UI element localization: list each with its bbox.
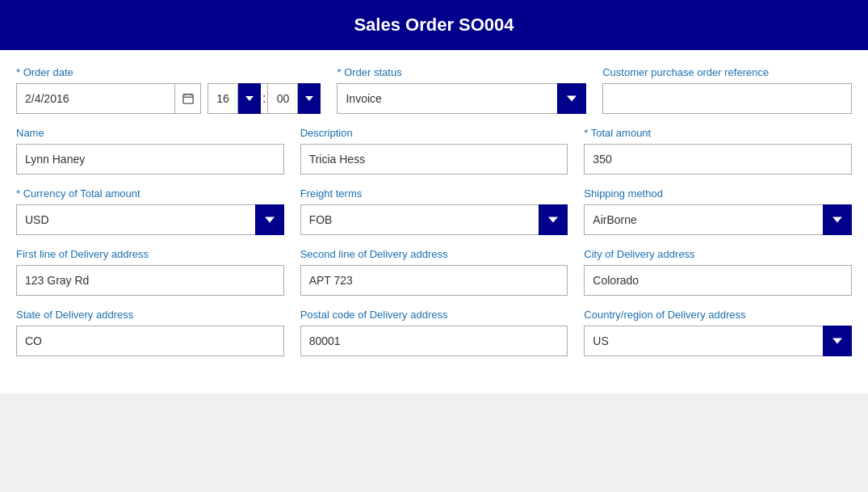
chevron-down-icon [832, 336, 842, 346]
shipping-method-select[interactable]: AirBorne Ground Sea [584, 204, 823, 235]
total-amount-input[interactable] [584, 144, 852, 175]
hour-part [208, 83, 261, 114]
description-input[interactable] [300, 144, 568, 175]
freight-terms-select[interactable]: FOB CIF EXW [300, 204, 539, 235]
chevron-down-icon [832, 215, 842, 225]
currency-select[interactable]: USD EUR GBP [16, 204, 255, 235]
calendar-icon [182, 93, 194, 104]
delivery-country-select[interactable]: US CA GB AU [584, 326, 823, 356]
delivery-addr2-group: Second line of Delivery address [300, 248, 568, 296]
currency-label: Currency of Total amount [16, 187, 284, 200]
name-group: Name [16, 127, 284, 175]
delivery-addr2-input[interactable] [300, 265, 568, 296]
minute-part [267, 83, 321, 114]
order-status-dropdown-icon[interactable] [557, 83, 586, 114]
order-date-input[interactable] [16, 83, 175, 114]
hour-input[interactable] [208, 83, 238, 114]
delivery-state-input[interactable] [16, 326, 284, 356]
currency-select-wrapper: USD EUR GBP [16, 204, 284, 235]
order-status-select[interactable]: Invoice Draft Confirmed Shipped [337, 83, 557, 114]
delivery-postal-input[interactable] [300, 326, 568, 356]
order-status-select-wrapper: Invoice Draft Confirmed Shipped [337, 83, 586, 114]
description-group: Description [300, 127, 568, 175]
order-date-group: Order date [16, 66, 321, 114]
shipping-method-dropdown-icon[interactable] [823, 204, 852, 235]
delivery-country-group: Country/region of Delivery address US CA… [584, 309, 852, 356]
order-date-input-group: : [16, 83, 321, 114]
page-title: Sales Order SO004 [0, 0, 868, 50]
chevron-down-icon [265, 215, 275, 225]
chevron-down-icon [548, 215, 558, 225]
chevron-down-icon [245, 96, 254, 101]
name-input[interactable] [16, 144, 284, 175]
currency-dropdown-icon[interactable] [255, 204, 284, 235]
minute-down-button[interactable] [298, 83, 321, 114]
delivery-addr2-label: Second line of Delivery address [300, 248, 568, 260]
description-label: Description [300, 127, 568, 139]
freight-terms-group: Freight terms FOB CIF EXW [300, 187, 568, 235]
delivery-city-group: City of Delivery address [584, 248, 852, 296]
chevron-down-icon [305, 96, 313, 101]
delivery-country-dropdown-icon[interactable] [823, 326, 852, 356]
delivery-state-label: State of Delivery address [16, 309, 284, 321]
minute-input[interactable] [267, 83, 298, 114]
delivery-addr1-input[interactable] [16, 265, 284, 296]
customer-po-ref-group: Customer purchase order reference [602, 66, 852, 114]
delivery-city-label: City of Delivery address [584, 248, 852, 260]
delivery-state-group: State of Delivery address [16, 309, 284, 356]
freight-terms-label: Freight terms [300, 187, 568, 200]
delivery-addr1-group: First line of Delivery address [16, 248, 284, 296]
order-status-label: Order status [337, 66, 586, 78]
delivery-addr1-label: First line of Delivery address [16, 248, 284, 260]
chevron-down-icon [567, 94, 577, 103]
time-group: : [208, 83, 321, 114]
freight-terms-dropdown-icon[interactable] [539, 204, 568, 235]
order-date-label: Order date [16, 66, 321, 78]
delivery-city-input[interactable] [584, 265, 852, 296]
customer-po-ref-input[interactable] [602, 83, 852, 114]
currency-group: Currency of Total amount USD EUR GBP [16, 187, 284, 235]
name-label: Name [16, 127, 284, 139]
svg-rect-0 [182, 95, 192, 103]
delivery-country-select-wrapper: US CA GB AU [584, 326, 852, 356]
delivery-postal-group: Postal code of Delivery address [300, 309, 568, 356]
total-amount-group: Total amount [584, 127, 852, 175]
freight-terms-select-wrapper: FOB CIF EXW [300, 204, 568, 235]
calendar-icon-button[interactable] [175, 83, 201, 114]
shipping-method-label: Shipping method [584, 187, 852, 200]
customer-po-ref-label: Customer purchase order reference [602, 66, 852, 78]
delivery-country-label: Country/region of Delivery address [584, 309, 852, 321]
hour-down-button[interactable] [238, 83, 261, 114]
total-amount-label: Total amount [584, 127, 852, 139]
shipping-method-select-wrapper: AirBorne Ground Sea [584, 204, 852, 235]
order-status-group: Order status Invoice Draft Confirmed Shi… [337, 66, 586, 114]
shipping-method-group: Shipping method AirBorne Ground Sea [584, 187, 852, 235]
time-separator: : [261, 83, 267, 114]
delivery-postal-label: Postal code of Delivery address [300, 309, 568, 321]
